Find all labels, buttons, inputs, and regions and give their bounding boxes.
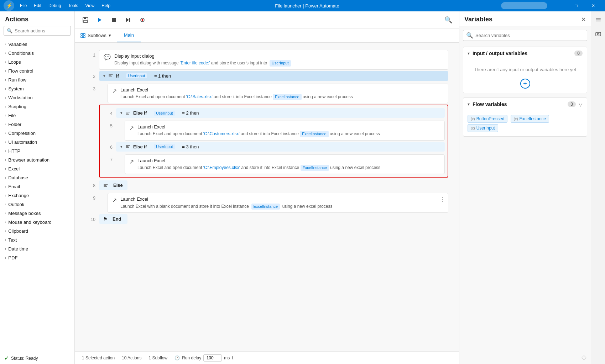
action-run-flow[interactable]: ›Run flow (0, 75, 74, 84)
run-button[interactable] (94, 14, 105, 26)
action-compression[interactable]: ›Compression (0, 129, 74, 138)
variables-header: Variables ✕ (459, 11, 591, 26)
flow-step-6: 6 ▾ Else if UserInput = 3 then (103, 142, 445, 153)
menu-view[interactable]: View (82, 2, 97, 9)
svg-rect-14 (596, 20, 601, 20)
search-actions-input[interactable] (15, 28, 68, 33)
variables-search-box[interactable]: 🔍 (463, 30, 587, 41)
next-step-button[interactable] (122, 14, 134, 26)
launch-excel-icon-5: ↗ (129, 125, 134, 131)
elseif-operator-6: = 3 then (182, 144, 199, 149)
if-block-header[interactable]: ▾ If UserInput = 1 then (99, 71, 448, 81)
chevron-icon: › (5, 211, 6, 215)
action-ui-automation[interactable]: ›UI automation (0, 138, 74, 147)
status-bar: ✓ Status: Ready (0, 352, 74, 364)
chevron-icon: › (5, 202, 6, 206)
step-card-launch-excel-blank[interactable]: ↗ Launch Excel Launch Excel with a blank… (108, 193, 448, 213)
action-excel[interactable]: ›Excel (0, 164, 74, 173)
step-number-7: 7 (103, 154, 113, 162)
step-desc-7: Launch Excel and open document 'C:\Emplo… (137, 165, 440, 171)
elseif-block-header-4[interactable]: ▾ Else if UserInput = 2 then (116, 108, 445, 118)
flow-variables-section: ▾ Flow variables 3 ▽ (x) ButtonPressed (… (463, 97, 587, 137)
action-browser-automation[interactable]: ›Browser automation (0, 155, 74, 164)
end-block-header[interactable]: ⚑ End (99, 214, 127, 224)
action-system[interactable]: ›System (0, 84, 74, 93)
step-card-launch-excel-customers[interactable]: ↗ Launch Excel Launch Excel and open doc… (125, 121, 445, 141)
end-label: End (113, 216, 121, 222)
record-button[interactable] (137, 14, 148, 26)
step-card-launch-excel-sales[interactable]: ↗ Launch Excel Launch Excel and open doc… (108, 84, 448, 104)
subflows-dropdown[interactable]: Subflows ▾ (75, 28, 117, 42)
action-conditionals[interactable]: ›Conditionals (0, 49, 74, 58)
flow-filter-button[interactable]: ▽ (579, 101, 583, 107)
step-card-launch-excel-employees[interactable]: ↗ Launch Excel Launch Excel and open doc… (125, 154, 445, 174)
add-variable-button[interactable]: + (520, 79, 530, 89)
step-text-5: Launch Excel Launch Excel and open docum… (137, 124, 440, 137)
main-tab[interactable]: Main (117, 28, 141, 42)
action-workstation[interactable]: ›Workstation (0, 93, 74, 102)
svg-rect-13 (596, 19, 601, 19)
search-variables-input[interactable] (475, 33, 584, 38)
save-button[interactable] (80, 14, 91, 26)
action-variables[interactable]: ›Variables (0, 40, 74, 49)
action-outlook[interactable]: ›Outlook (0, 200, 74, 209)
section-chevron-icon: ▾ (468, 51, 470, 56)
action-http[interactable]: ›HTTP (0, 147, 74, 155)
action-date-time[interactable]: ›Date time (0, 244, 74, 253)
action-scripting[interactable]: ›Scripting (0, 102, 74, 111)
canvas-search-button[interactable]: 🔍 (443, 14, 454, 26)
action-email[interactable]: ›Email (0, 182, 74, 191)
minimize-button[interactable]: ─ (551, 0, 567, 11)
step-context-menu-button[interactable]: ⋮ (439, 196, 445, 203)
chevron-icon: › (5, 256, 6, 260)
flow-variable-button-pressed[interactable]: (x) ButtonPressed (468, 115, 507, 123)
layers-button[interactable] (593, 14, 604, 26)
run-delay-input[interactable] (203, 354, 222, 362)
action-message-boxes[interactable]: ›Message boxes (0, 209, 74, 218)
action-flow-control[interactable]: ›Flow control (0, 67, 74, 75)
actions-list: ›Variables ›Conditionals ›Loops ›Flow co… (0, 38, 74, 352)
if-condition-var: UserInput (126, 73, 147, 78)
elseif-block-header-6[interactable]: ▾ Else if UserInput = 3 then (116, 142, 445, 152)
menu-help[interactable]: Help (99, 2, 113, 9)
else-block-header[interactable]: Else (99, 180, 127, 190)
maximize-button[interactable]: □ (568, 0, 584, 11)
chevron-icon: › (5, 60, 6, 64)
step-content-4: ▾ Else if UserInput = 2 then (116, 108, 445, 119)
svg-point-8 (142, 19, 144, 21)
stop-button[interactable] (108, 14, 120, 26)
elseif-label-6: Else if (133, 144, 147, 149)
chevron-icon: › (5, 158, 6, 162)
action-pdf[interactable]: ›PDF (0, 253, 74, 262)
side-icons-panel (591, 11, 605, 364)
action-file[interactable]: ›File (0, 111, 74, 120)
menu-edit[interactable]: Edit (31, 2, 44, 9)
close-button[interactable]: ✕ (585, 0, 601, 11)
action-clipboard[interactable]: ›Clipboard (0, 227, 74, 236)
actions-search-box[interactable]: 🔍 (4, 26, 71, 36)
menu-tools[interactable]: Tools (65, 2, 81, 9)
svg-rect-1 (84, 17, 86, 19)
action-mouse-keyboard[interactable]: ›Mouse and keyboard (0, 218, 74, 227)
step-content-9: ↗ Launch Excel Launch Excel with a blank… (99, 193, 448, 213)
action-loops[interactable]: ›Loops (0, 58, 74, 67)
image-button[interactable] (593, 28, 604, 40)
action-text[interactable]: ›Text (0, 236, 74, 244)
flow-section-header[interactable]: ▾ Flow variables 3 ▽ (463, 98, 587, 111)
action-folder[interactable]: ›Folder (0, 120, 74, 129)
menu-bar[interactable]: File Edit Debug Tools View Help (17, 2, 113, 9)
variables-close-button[interactable]: ✕ (581, 16, 586, 23)
subflows-chevron-icon: ▾ (109, 33, 111, 38)
action-database[interactable]: ›Database (0, 173, 74, 182)
flow-variable-user-input[interactable]: (x) UserInput (468, 124, 498, 132)
action-exchange[interactable]: ›Exchange (0, 191, 74, 200)
menu-file[interactable]: File (17, 2, 30, 9)
step-card-display-input[interactable]: 💬 Display input dialog Display input dia… (99, 50, 448, 70)
flow-variable-excel-instance[interactable]: (x) ExcelInstance (511, 115, 549, 123)
status-icon: ✓ (4, 355, 9, 362)
menu-debug[interactable]: Debug (46, 2, 64, 9)
flow-step-3: 3 ↗ Launch Excel Launch Excel and open d… (85, 84, 448, 104)
window-controls[interactable]: ─ □ ✕ (551, 0, 601, 11)
input-output-section-header[interactable]: ▾ Input / output variables 0 (463, 47, 587, 60)
total-actions-text: 10 Actions (122, 355, 141, 360)
